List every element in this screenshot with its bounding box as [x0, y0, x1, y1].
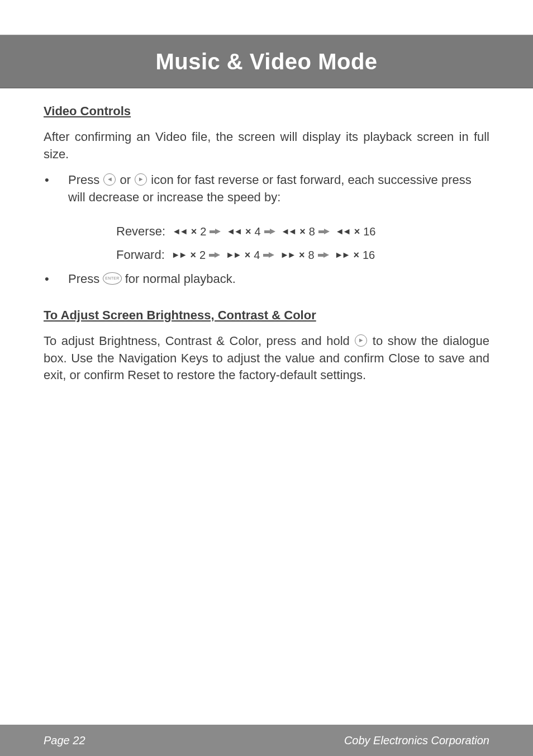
speed-value: 4: [255, 221, 261, 242]
rewind-icon: ◄◄: [172, 223, 187, 240]
fastforward-icon: ►►: [280, 247, 294, 263]
speed-value: 4: [254, 244, 260, 266]
section-heading-brightness: To Adjust Screen Brightness, Contrast & …: [44, 308, 489, 323]
text-fragment: for normal playback.: [122, 272, 236, 286]
reverse-speed-row: Reverse: ◄◄×2 ◄◄×4 ◄◄×8 ◄◄×16: [116, 220, 489, 243]
times-symbol: ×: [354, 222, 360, 241]
text-fragment: Press: [68, 173, 103, 187]
rewind-icon: ◄◄: [335, 223, 350, 240]
forward-label: Forward:: [116, 243, 165, 267]
speed-value: 2: [200, 221, 206, 242]
content-area: Video Controls After confirming an Video…: [0, 88, 533, 384]
icon-glyph: ►: [138, 175, 144, 184]
bullet-marker: •: [44, 270, 68, 288]
rewind-icon: ◄◄: [226, 223, 241, 240]
page-footer: Page 22 Coby Electronics Corporation: [0, 725, 533, 756]
times-symbol: ×: [245, 222, 251, 241]
speed-value: 16: [363, 221, 375, 242]
times-symbol: ×: [299, 222, 306, 241]
right-nav-icon: ►: [135, 173, 147, 186]
arrow-right-icon: [323, 252, 329, 258]
icon-glyph: ►: [358, 336, 364, 344]
text-fragment: Press: [68, 272, 103, 286]
bullet-list: • Press ENTER for normal playback.: [44, 270, 489, 288]
arrow-right-icon: [324, 229, 330, 234]
times-symbol: ×: [353, 245, 359, 264]
icon-glyph: ENTER: [105, 276, 119, 281]
video-intro-text: After confirming an Video file, the scre…: [44, 129, 489, 163]
section-heading-video-controls: Video Controls: [44, 104, 489, 119]
text-fragment: To adjust Brightness, Contrast & Color, …: [44, 334, 354, 348]
bullet-text: Press ◄ or ► icon for fast reverse or fa…: [68, 171, 489, 207]
fastforward-icon: ►►: [172, 247, 186, 263]
bullet-text: Press ENTER for normal playback.: [68, 270, 489, 288]
arrow-right-icon: [215, 229, 221, 234]
header-band: Music & Video Mode: [0, 35, 533, 88]
list-item: • Press ◄ or ► icon for fast reverse or …: [44, 171, 489, 207]
arrow-right-icon: [270, 229, 275, 234]
arrow-right-icon: [215, 252, 220, 258]
arrow-right-icon: [269, 252, 274, 258]
reverse-label: Reverse:: [116, 220, 165, 243]
brightness-text: To adjust Brightness, Contrast & Color, …: [44, 333, 489, 384]
bullet-list: • Press ◄ or ► icon for fast reverse or …: [44, 171, 489, 207]
times-symbol: ×: [191, 222, 197, 241]
text-fragment: or: [116, 173, 134, 187]
times-symbol: ×: [190, 245, 196, 264]
rewind-icon: ◄◄: [281, 223, 296, 240]
company-name: Coby Electronics Corporation: [344, 734, 489, 747]
fastforward-icon: ►►: [226, 247, 240, 263]
speed-sequence-block: Reverse: ◄◄×2 ◄◄×4 ◄◄×8 ◄◄×16 Forward: ►…: [116, 220, 489, 267]
page-number: Page 22: [44, 734, 85, 747]
speed-value: 8: [308, 244, 315, 266]
left-nav-icon: ◄: [103, 173, 116, 186]
speed-value: 16: [363, 244, 375, 266]
page-title: Music & Video Mode: [155, 49, 377, 74]
speed-value: 2: [199, 244, 206, 266]
forward-speed-row: Forward: ►►×2 ►►×4 ►►×8 ►►×16: [116, 243, 489, 267]
times-symbol: ×: [245, 245, 251, 264]
fastforward-icon: ►►: [335, 247, 349, 263]
list-item: • Press ENTER for normal playback.: [44, 270, 489, 288]
bullet-marker: •: [44, 171, 68, 207]
right-nav-icon: ►: [355, 334, 367, 347]
enter-icon: ENTER: [103, 272, 121, 285]
speed-value: 8: [309, 221, 315, 242]
times-symbol: ×: [299, 245, 305, 264]
section-brightness: To Adjust Screen Brightness, Contrast & …: [44, 308, 489, 384]
icon-glyph: ◄: [107, 175, 113, 184]
